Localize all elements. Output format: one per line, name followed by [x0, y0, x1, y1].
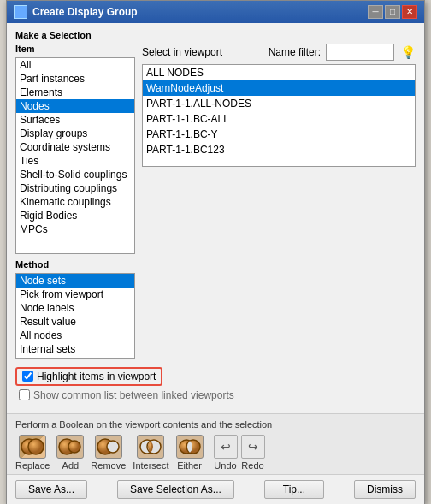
- undo-icon: ↩: [214, 435, 238, 459]
- save-as-button[interactable]: Save As...: [15, 480, 87, 499]
- viewport-label: Select in viewport: [142, 46, 222, 58]
- item-list[interactable]: AllPart instancesElementsNodesSurfacesDi…: [15, 57, 135, 254]
- redo-button[interactable]: ↪Redo: [241, 435, 265, 471]
- viewport-list-item[interactable]: ALL NODES: [143, 65, 415, 80]
- right-panel: Select in viewport Name filter: 💡 ALL NO…: [142, 44, 416, 254]
- boolean-buttons: Replace Add Remove Intersect Either↩Undo…: [15, 435, 416, 471]
- item-list-item[interactable]: Elements: [16, 86, 134, 99]
- title-bar: Create Display Group ─ □ ✕: [7, 1, 424, 23]
- window-title: Create Display Group: [32, 6, 138, 18]
- bool-btn-add[interactable]: Add: [56, 435, 84, 471]
- item-list-item[interactable]: Distributing couplings: [16, 181, 134, 195]
- viewport-list-item[interactable]: PART-1-1.BC-ALL: [143, 111, 415, 127]
- item-list-item[interactable]: Rigid Bodies: [16, 209, 134, 222]
- boolean-label: Perform a Boolean on the viewport conten…: [15, 419, 416, 430]
- viewport-list-item[interactable]: PART-1-1.BC-Y: [143, 127, 415, 142]
- viewport-list-item[interactable]: PART-1-1.BC123: [143, 142, 415, 157]
- save-selection-as-button[interactable]: Save Selection As...: [117, 480, 234, 499]
- redo-icon: ↪: [241, 435, 265, 459]
- svg-point-1: [28, 439, 44, 454]
- method-section: Method Node setsPick from viewportNode l…: [15, 259, 416, 359]
- viewport-list-item[interactable]: PART-1-1.ALL-NODES: [143, 96, 415, 111]
- main-window: Create Display Group ─ □ ✕ Make a Select…: [6, 0, 425, 504]
- tip-button[interactable]: Tip...: [264, 480, 324, 499]
- common-list-row: Show common list between linked viewport…: [19, 389, 416, 401]
- dismiss-button[interactable]: Dismiss: [354, 480, 416, 499]
- common-list-label: Show common list between linked viewport…: [33, 389, 234, 401]
- name-filter-input[interactable]: [326, 44, 394, 61]
- title-controls: ─ □ ✕: [368, 5, 417, 19]
- boolean-section: Perform a Boolean on the viewport conten…: [7, 413, 424, 474]
- main-row: Item AllPart instancesElementsNodesSurfa…: [15, 44, 416, 254]
- bool-label-either: Either: [177, 460, 202, 471]
- method-list-item[interactable]: Pick from viewport: [16, 288, 134, 301]
- bool-btn-either[interactable]: Either: [176, 435, 204, 471]
- item-list-item[interactable]: Coordinate systems: [16, 140, 134, 154]
- item-list-item[interactable]: MPCs: [16, 222, 134, 236]
- item-list-item[interactable]: All: [16, 58, 134, 72]
- item-list-item[interactable]: Part instances: [16, 72, 134, 86]
- bool-label-remove: Remove: [91, 460, 126, 471]
- item-list-item[interactable]: Surfaces: [16, 113, 134, 127]
- bool-btn-remove[interactable]: Remove: [91, 435, 126, 471]
- viewport-header: Select in viewport Name filter: 💡: [142, 44, 416, 61]
- highlight-row: Highlight items in viewport: [15, 367, 416, 386]
- maximize-button[interactable]: □: [385, 5, 400, 19]
- method-list-item[interactable]: Internal sets: [16, 342, 134, 356]
- window-icon: [14, 5, 27, 19]
- item-list-item[interactable]: Ties: [16, 154, 134, 168]
- method-list-item[interactable]: Node sets: [16, 274, 134, 288]
- highlight-checkbox[interactable]: [22, 371, 33, 382]
- redo-label: Redo: [241, 460, 263, 471]
- bool-label-intersect: Intersect: [133, 460, 168, 471]
- item-label: Item: [15, 44, 135, 54]
- highlight-label: Highlight items in viewport: [37, 371, 156, 382]
- method-list-item[interactable]: Node labels: [16, 301, 134, 315]
- highlight-box: Highlight items in viewport: [15, 367, 162, 386]
- undo-button[interactable]: ↩Undo: [214, 435, 238, 471]
- item-list-panel: Item AllPart instancesElementsNodesSurfa…: [15, 44, 135, 254]
- item-list-item[interactable]: Shell-to-Solid couplings: [16, 168, 134, 181]
- item-list-item[interactable]: Kinematic couplings: [16, 195, 134, 209]
- minimize-button[interactable]: ─: [368, 5, 383, 19]
- method-list-item[interactable]: All nodes: [16, 329, 134, 342]
- bool-btn-replace[interactable]: Replace: [15, 435, 50, 471]
- title-bar-left: Create Display Group: [14, 5, 138, 19]
- method-list-item[interactable]: Result value: [16, 315, 134, 329]
- bool-label-add: Add: [62, 460, 80, 471]
- bottom-buttons: Save As... Save Selection As... Tip... D…: [7, 474, 424, 504]
- bool-label-replace: Replace: [15, 460, 50, 471]
- bulb-icon: 💡: [401, 45, 416, 59]
- name-filter-label: Name filter:: [269, 46, 321, 58]
- close-button[interactable]: ✕: [402, 5, 417, 19]
- undo-label: Undo: [214, 460, 236, 471]
- method-label: Method: [15, 259, 416, 270]
- bool-btn-intersect[interactable]: Intersect: [133, 435, 168, 471]
- make-selection-label: Make a Selection: [15, 30, 416, 40]
- method-list[interactable]: Node setsPick from viewportNode labelsRe…: [15, 273, 135, 359]
- viewport-list[interactable]: ALL NODESWarnNodeAdjustPART-1-1.ALL-NODE…: [142, 64, 416, 167]
- item-list-item[interactable]: Nodes: [16, 99, 134, 113]
- undo-redo-group: ↩Undo↪Redo: [214, 435, 265, 471]
- svg-point-5: [107, 441, 119, 453]
- main-content: Make a Selection Item AllPart instancesE…: [7, 23, 424, 413]
- viewport-list-item[interactable]: WarnNodeAdjust: [143, 80, 415, 96]
- svg-point-3: [68, 441, 80, 453]
- common-list-checkbox[interactable]: [19, 389, 30, 400]
- lower-section: Highlight items in viewport Show common …: [15, 362, 416, 406]
- item-list-item[interactable]: Display groups: [16, 127, 134, 140]
